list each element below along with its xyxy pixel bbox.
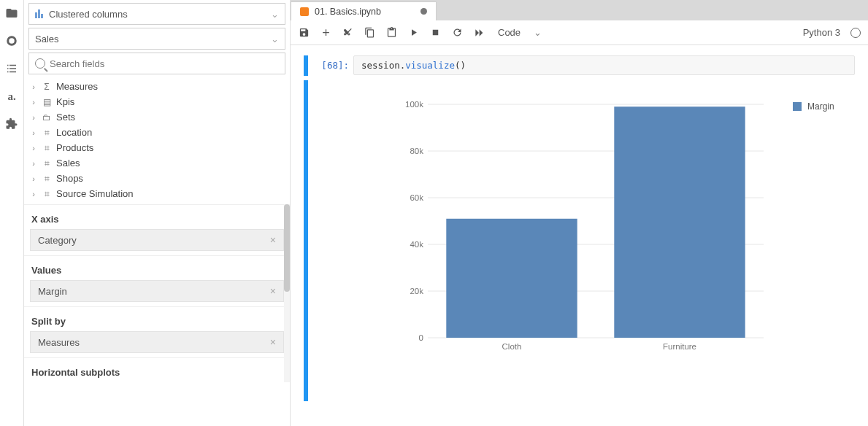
code-editor[interactable]: session.visualize() [353, 55, 855, 75]
search-input[interactable] [50, 58, 279, 69]
notebook-area: 01. Basics.ipynb Code ⌄ Python 3 [68]: s… [291, 0, 868, 426]
expand-icon[interactable]: › [30, 144, 37, 152]
cell-type-selector[interactable]: Code ⌄ [495, 27, 545, 38]
splitby-chip[interactable]: Measures × [30, 331, 284, 353]
chevron-down-icon: ⌄ [534, 27, 542, 38]
tree-item[interactable]: ›⌗Location [30, 125, 284, 140]
activity-rail: a. [0, 0, 24, 426]
restart-icon[interactable] [451, 27, 463, 39]
notebook-toolbar: Code ⌄ Python 3 [291, 20, 868, 45]
tree-item-label: Sales [56, 158, 80, 169]
svg-text:60k: 60k [410, 193, 423, 202]
save-icon[interactable] [298, 27, 310, 39]
code-cell[interactable]: [68]: session.visualize() [311, 55, 855, 75]
svg-text:0: 0 [419, 333, 423, 342]
notebook-body: [68]: session.visualize() 020k40k60k80k1… [291, 45, 868, 426]
chevron-down-icon: ⌄ [271, 9, 279, 20]
expand-icon[interactable]: › [30, 98, 37, 106]
xaxis-heading: X axis [24, 204, 290, 229]
output-marker[interactable] [304, 80, 308, 401]
kernel-status-icon[interactable] [850, 28, 861, 38]
atoti-icon[interactable]: a. [4, 89, 19, 104]
cell-marker[interactable] [304, 55, 308, 76]
cube-label: Sales [35, 34, 59, 44]
splitby-heading: Split by [24, 306, 290, 331]
dirty-indicator [420, 8, 427, 15]
chart-type-label: Clustered columns [49, 9, 128, 20]
svg-text:40k: 40k [410, 240, 423, 249]
stop-icon[interactable] [429, 27, 441, 39]
cut-icon[interactable] [342, 27, 353, 39]
svg-rect-15 [614, 106, 745, 338]
bar-chart-icon [35, 9, 43, 18]
restart-run-all-icon[interactable] [473, 27, 485, 39]
paste-icon[interactable] [385, 27, 397, 39]
cell-output: 020k40k60k80k100kClothFurniture Margin [311, 97, 855, 360]
tree-item-label: Sets [56, 112, 75, 123]
run-icon[interactable] [407, 27, 419, 39]
expand-icon[interactable]: › [30, 174, 37, 183]
tree-item[interactable]: ›ΣMeasures [30, 79, 284, 94]
tree-item[interactable]: ›▤Kpis [30, 94, 284, 109]
values-heading: Values [24, 255, 290, 280]
expand-icon[interactable]: › [30, 82, 37, 91]
toc-icon[interactable] [4, 61, 19, 76]
cell-type-label: Code [498, 27, 521, 38]
folder-icon[interactable] [4, 6, 19, 20]
values-chip[interactable]: Margin × [30, 280, 284, 302]
svg-point-0 [8, 37, 16, 45]
xaxis-chip[interactable]: Category × [30, 229, 284, 251]
add-cell-icon[interactable] [320, 27, 331, 39]
tree-item-label: Source Simulation [56, 188, 134, 199]
svg-text:Furniture: Furniture [663, 342, 696, 351]
expand-icon[interactable]: › [30, 159, 37, 168]
tree-item-label: Measures [56, 81, 98, 92]
tree-item[interactable]: ›⌗Shops [30, 171, 284, 186]
tree-item-label: Products [56, 142, 93, 153]
tree-item[interactable]: ›⌗Source Simulation [30, 186, 284, 201]
kernel-name[interactable]: Python 3 [803, 27, 840, 38]
svg-text:20k: 20k [410, 287, 423, 295]
tab-bar: 01. Basics.ipynb [291, 0, 868, 20]
remove-icon[interactable]: × [270, 234, 276, 246]
search-fields[interactable] [28, 53, 285, 74]
tree-item[interactable]: ›⌗Products [30, 140, 284, 155]
expand-icon[interactable]: › [30, 113, 37, 122]
tree-item[interactable]: ›🗀Sets [30, 109, 284, 125]
extensions-icon[interactable] [4, 117, 19, 131]
svg-rect-13 [446, 219, 577, 338]
chart-type-selector[interactable]: Clustered columns ⌄ [28, 3, 285, 25]
horizsubplots-heading: Horizontal subplots [24, 357, 290, 382]
expand-icon[interactable]: › [30, 128, 37, 137]
svg-text:100k: 100k [405, 100, 423, 109]
config-sidebar: Clustered columns ⌄ Sales ⌄ ›ΣMeasures›▤… [24, 0, 291, 426]
field-type-icon: ⌗ [42, 143, 52, 153]
legend-label: Margin [807, 101, 834, 112]
field-type-icon: ⌗ [42, 158, 52, 169]
remove-icon[interactable]: × [270, 285, 276, 297]
field-type-icon: ⌗ [42, 174, 52, 184]
legend-swatch [793, 102, 802, 111]
field-type-icon: ⌗ [42, 128, 52, 138]
sidebar-scrollbar[interactable] [284, 204, 290, 382]
field-type-icon: Σ [42, 82, 52, 92]
search-icon [35, 58, 45, 69]
tree-item[interactable]: ›⌗Sales [30, 155, 284, 171]
fields-tree: ›ΣMeasures›▤Kpis›🗀Sets›⌗Location›⌗Produc… [24, 74, 290, 204]
bar-chart[interactable]: 020k40k60k80k100kClothFurniture [391, 97, 771, 360]
expand-icon[interactable]: › [30, 190, 37, 198]
remove-icon[interactable]: × [270, 336, 276, 348]
tree-item-label: Kpis [56, 96, 74, 107]
tree-item-label: Location [56, 127, 92, 138]
chart-legend[interactable]: Margin [793, 101, 834, 112]
copy-icon[interactable] [364, 27, 375, 39]
cube-selector[interactable]: Sales ⌄ [28, 28, 285, 50]
running-icon[interactable] [4, 34, 19, 48]
scrollbar-thumb[interactable] [284, 204, 290, 292]
svg-text:Cloth: Cloth [502, 342, 522, 351]
chip-label: Category [38, 235, 77, 246]
prompt-label: [68]: [311, 55, 353, 75]
tree-item-label: Shops [56, 173, 83, 184]
jupyter-icon [300, 7, 309, 16]
notebook-tab[interactable]: 01. Basics.ipynb [291, 1, 437, 20]
